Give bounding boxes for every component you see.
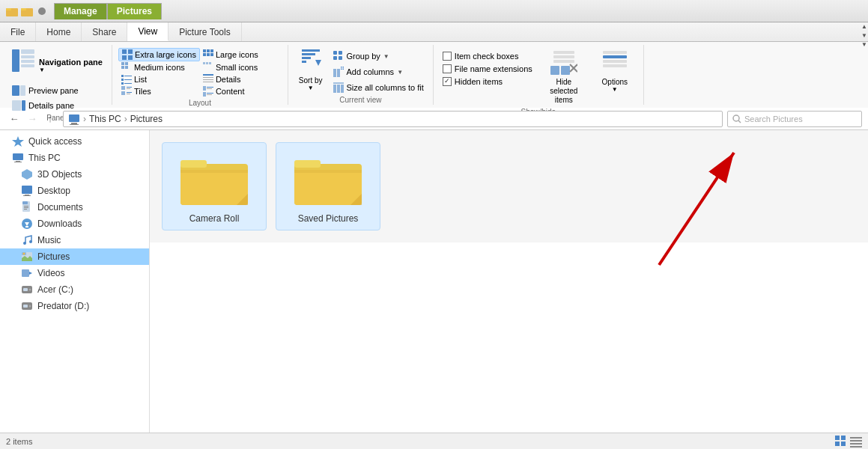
item-check-boxes-label: Item check boxes xyxy=(455,52,519,61)
file-name-extensions-option[interactable]: File name extensions xyxy=(440,64,535,74)
svg-rect-127 xyxy=(841,436,846,440)
details-btn[interactable]: Details xyxy=(200,73,282,85)
sidebar-item-pictures[interactable]: Pictures xyxy=(0,248,149,265)
medium-icons-btn[interactable]: Medium icons xyxy=(118,61,200,73)
svg-rect-59 xyxy=(339,51,342,55)
sidebar-item-downloads[interactable]: Downloads xyxy=(0,216,149,232)
path-pictures[interactable]: Pictures xyxy=(130,114,163,124)
tab-file[interactable]: File xyxy=(0,22,36,41)
svg-rect-41 xyxy=(121,86,125,90)
search-box[interactable]: Search Pictures xyxy=(727,111,862,127)
up-button[interactable]: ↑ xyxy=(42,111,58,127)
scroll-down-arrow[interactable]: ▼ xyxy=(861,31,868,39)
this-pc-icon xyxy=(68,113,80,125)
small-icons-icon xyxy=(203,62,213,73)
svg-rect-21 xyxy=(203,53,206,56)
svg-rect-7 xyxy=(21,55,34,58)
sidebar-item-this-pc[interactable]: This PC xyxy=(0,150,149,166)
svg-rect-96 xyxy=(24,206,28,207)
hidden-items-option[interactable]: Hidden items xyxy=(440,76,535,87)
tab-pictures[interactable]: Pictures xyxy=(107,3,162,19)
options-button[interactable]: Options ▼ xyxy=(592,49,637,94)
status-bar: 2 items xyxy=(0,433,868,449)
forward-button[interactable]: → xyxy=(24,111,40,127)
large-icons-btn[interactable]: Large icons xyxy=(200,48,282,61)
svg-rect-3 xyxy=(21,8,26,10)
layout-label: Layout xyxy=(189,99,211,107)
size-all-columns-button[interactable]: Size all columns to fit xyxy=(330,81,427,94)
predator-d-label: Predator (D:) xyxy=(37,301,89,311)
svg-rect-93 xyxy=(23,195,31,196)
scroll-more-arrow[interactable]: ▼ xyxy=(861,40,868,48)
tab-home[interactable]: Home xyxy=(36,22,82,41)
tab-share[interactable]: Share xyxy=(82,22,127,41)
svg-rect-27 xyxy=(125,66,128,69)
large-icons-view-icon[interactable] xyxy=(835,436,847,448)
svg-rect-30 xyxy=(209,62,211,64)
small-icons-btn[interactable]: Small icons xyxy=(200,61,282,73)
sort-icon xyxy=(300,49,321,76)
preview-pane-button[interactable]: Preview pane xyxy=(9,84,82,97)
folder-camera-roll[interactable]: Camera Roll xyxy=(162,142,267,230)
list-btn[interactable]: List xyxy=(118,73,200,85)
details-view-icon[interactable] xyxy=(850,436,862,448)
details-icon xyxy=(203,74,213,85)
sidebar-item-videos[interactable]: Videos xyxy=(0,265,149,281)
tab-manage[interactable]: Manage xyxy=(54,3,107,19)
music-icon xyxy=(21,234,33,246)
svg-rect-101 xyxy=(25,226,28,227)
svg-rect-88 xyxy=(13,153,23,160)
path-separator-2: › xyxy=(124,114,127,124)
tab-picture-tools[interactable]: Picture Tools xyxy=(169,22,241,41)
sidebar-item-quick-access[interactable]: Quick access xyxy=(0,133,149,150)
scroll-up-arrow[interactable]: ▲ xyxy=(861,22,868,30)
svg-rect-31 xyxy=(121,75,124,77)
item-check-boxes-option[interactable]: Item check boxes xyxy=(440,51,535,61)
sidebar-item-music[interactable]: Music xyxy=(0,232,149,248)
content-btn[interactable]: Content xyxy=(200,85,282,97)
svg-rect-126 xyxy=(835,436,840,440)
tiles-btn[interactable]: Tiles xyxy=(118,85,200,97)
options-icon xyxy=(603,51,627,78)
sidebar-item-predator-d[interactable]: Predator (D:) xyxy=(0,298,149,314)
panes-group-content: Navigation pane ▼ Preview pane xyxy=(9,46,106,112)
computer-icon xyxy=(12,152,24,164)
navigation-pane-button[interactable]: Navigation pane ▼ xyxy=(9,48,106,82)
svg-rect-46 xyxy=(127,94,130,94)
svg-rect-32 xyxy=(124,76,132,76)
group-by-button[interactable]: Group by ▼ xyxy=(330,49,427,63)
sidebar-item-3d-objects[interactable]: 3D Objects xyxy=(0,166,149,183)
extra-large-icons-btn[interactable]: Extra large icons xyxy=(118,48,200,61)
svg-rect-52 xyxy=(207,94,212,95)
search-placeholder: Search Pictures xyxy=(744,114,803,123)
address-path[interactable]: › This PC › Pictures xyxy=(63,111,723,127)
folder-saved-pictures[interactable]: Saved Pictures xyxy=(276,142,380,230)
search-icon xyxy=(732,114,741,123)
content-wrapper: Camera Roll Saved Pictures xyxy=(150,130,868,433)
svg-marker-87 xyxy=(12,136,24,147)
svg-rect-5 xyxy=(12,49,19,72)
svg-rect-123 xyxy=(294,170,362,173)
tiles-icon xyxy=(121,86,132,97)
videos-label: Videos xyxy=(37,268,64,278)
tab-view[interactable]: View xyxy=(127,22,169,41)
item-check-boxes-checkbox xyxy=(443,52,452,61)
back-button[interactable]: ← xyxy=(6,111,22,127)
folder-icon-2 xyxy=(21,5,33,17)
group-by-dropdown: ▼ xyxy=(383,53,389,60)
music-label: Music xyxy=(37,235,61,245)
hide-selected-icon xyxy=(550,51,577,78)
svg-rect-60 xyxy=(333,56,337,60)
svg-rect-47 xyxy=(203,86,206,91)
svg-rect-9 xyxy=(21,64,34,67)
content-icon xyxy=(203,86,213,97)
add-columns-button[interactable]: Add columns ▼ xyxy=(330,65,427,79)
sidebar-item-acer-c[interactable]: Acer (C:) xyxy=(0,281,149,298)
saved-pictures-folder-icon xyxy=(291,149,365,209)
sort-by-button[interactable]: Sort by ▼ xyxy=(294,48,327,93)
sidebar-item-desktop[interactable]: Desktop xyxy=(0,183,149,199)
path-this-pc[interactable]: This PC xyxy=(89,114,121,124)
sidebar-item-documents[interactable]: Documents xyxy=(0,199,149,216)
hide-selected-items-button[interactable]: Hide selected items xyxy=(541,49,586,106)
svg-rect-33 xyxy=(121,79,124,81)
